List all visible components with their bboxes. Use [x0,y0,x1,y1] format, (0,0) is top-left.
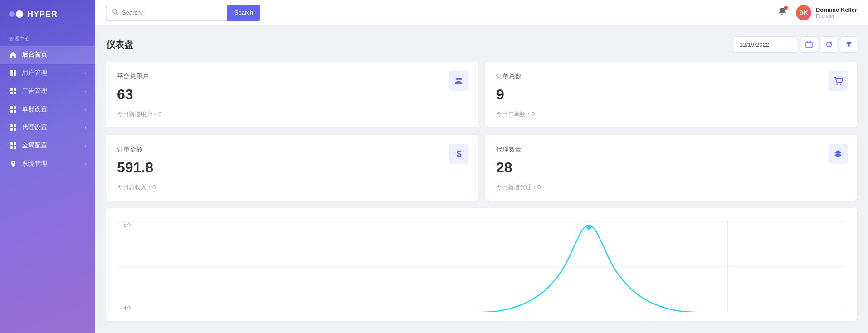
main-area: Search DK Dominic Keller Founder 仪表盘 [95,0,868,333]
stat-label-proxy: 代理数量 [496,146,846,154]
search-input-container [106,5,227,21]
sidebar-item-system-label: 系统管理 [22,160,47,168]
stat-card-order-amount: 订单金额 591.8 今日总收入：0 $ [106,135,478,201]
svg-rect-12 [10,124,13,127]
sidebar-item-ad-mgmt[interactable]: 广告管理 › [0,82,95,100]
chart-area [117,221,846,312]
logo: HYPER [0,0,95,28]
sidebar-item-home-label: 后台首页 [22,51,47,59]
svg-rect-0 [10,70,13,73]
grid-icon-global [9,142,17,150]
chart-y-bottom: 4个 [123,304,132,312]
stat-sub-proxy: 今日新增代理：0 [496,183,846,191]
chevron-icon-system: › [84,161,86,166]
calendar-button[interactable] [801,36,817,53]
stat-value-proxy: 28 [496,159,846,176]
dollar-icon: $ [449,144,469,164]
home-icon [9,51,17,59]
svg-rect-2 [10,73,13,76]
svg-rect-4 [10,88,13,91]
search-input[interactable] [122,9,222,16]
sidebar-item-global[interactable]: 全局配置 › [0,137,95,155]
sidebar-item-system[interactable]: 系统管理 › [0,155,95,173]
stat-sub-orders: 今日订单数：0 [496,110,846,118]
svg-rect-16 [10,142,13,145]
header: Search DK Dominic Keller Founder [95,0,868,25]
logo-icon [9,9,24,19]
chart-y-top: 5个 [123,221,132,229]
svg-point-26 [837,84,838,85]
sidebar-item-user-label: 用户管理 [22,69,47,77]
user-role: Founder [816,13,857,19]
sidebar: HYPER 管理中心 后台首页 用户管理 › 广告管理 › [0,0,95,333]
sidebar-item-cluster-label: 单群设置 [22,105,47,113]
sidebar-item-ad-label: 广告管理 [22,87,47,95]
search-button[interactable]: Search [227,5,260,21]
location-icon [9,160,17,168]
stat-card-proxy-count: 代理数量 28 今日新增代理：0 [485,135,857,201]
users-icon [449,71,469,91]
dashboard-header: 仪表盘 [106,36,857,53]
notification-badge [784,6,788,10]
svg-point-32 [586,225,591,230]
svg-rect-18 [10,146,13,149]
stat-value-users: 63 [117,86,467,103]
sidebar-item-proxy[interactable]: 代理设置 › [0,118,95,137]
svg-rect-10 [10,110,13,113]
svg-rect-1 [14,70,16,73]
stat-value-orders: 9 [496,86,846,103]
svg-rect-15 [14,128,16,131]
chevron-icon-cluster: › [84,107,86,112]
svg-rect-19 [14,146,16,149]
sidebar-item-user-mgmt[interactable]: 用户管理 › [0,64,95,82]
stat-card-total-orders: 订单总数 9 今日订单数：0 [485,62,857,127]
chevron-icon-proxy: › [84,125,86,130]
sidebar-item-cluster[interactable]: 单群设置 › [0,100,95,118]
svg-rect-3 [14,73,16,76]
svg-rect-9 [14,106,16,109]
grid-icon-users [9,69,17,77]
chart-card: 5个 [106,208,857,321]
date-picker[interactable] [734,36,797,53]
notification-bell-button[interactable] [778,7,787,18]
refresh-button[interactable] [821,36,837,53]
sidebar-section-label: 管理中心 [0,28,95,46]
search-wrapper: Search [106,5,260,21]
stat-label-users: 平台总用户 [117,73,467,81]
svg-point-20 [113,10,117,13]
stat-value-amount: 591.8 [117,159,467,176]
svg-rect-6 [10,92,13,94]
stat-label-amount: 订单金额 [117,146,467,154]
search-icon [112,9,118,16]
user-details: Dominic Keller Founder [816,6,857,19]
stats-grid: 平台总用户 63 今日新增用户：0 订单总数 9 今日订单数：0 [106,62,857,201]
grid-icon-cluster [9,105,17,113]
sidebar-item-proxy-label: 代理设置 [22,123,47,132]
svg-rect-17 [14,142,16,145]
dashboard-controls [734,36,857,53]
svg-rect-22 [806,42,812,48]
user-info[interactable]: DK Dominic Keller Founder [796,5,857,20]
svg-line-21 [117,13,118,15]
header-right: DK Dominic Keller Founder [778,5,857,20]
filter-button[interactable] [841,36,857,53]
chevron-icon-global: › [84,143,86,148]
stat-sub-users: 今日新增用户：0 [117,110,467,118]
svg-point-27 [840,84,842,85]
svg-rect-8 [10,106,13,109]
content-area: 仪表盘 [95,25,868,333]
avatar: DK [796,5,811,20]
stat-label-orders: 订单总数 [496,73,846,81]
logo-text: HYPER [27,10,58,19]
proxy-icon [828,144,848,164]
sidebar-item-global-label: 全局配置 [22,142,47,150]
stat-card-total-users: 平台总用户 63 今日新增用户：0 [106,62,478,127]
user-name: Dominic Keller [816,6,857,14]
page-title: 仪表盘 [106,39,133,51]
svg-rect-5 [14,88,16,91]
sidebar-item-home[interactable]: 后台首页 [0,46,95,64]
stat-sub-amount: 今日总收入：0 [117,183,467,191]
chevron-icon-ads: › [84,88,86,94]
svg-rect-7 [14,92,16,94]
grid-icon-proxy [9,123,17,132]
